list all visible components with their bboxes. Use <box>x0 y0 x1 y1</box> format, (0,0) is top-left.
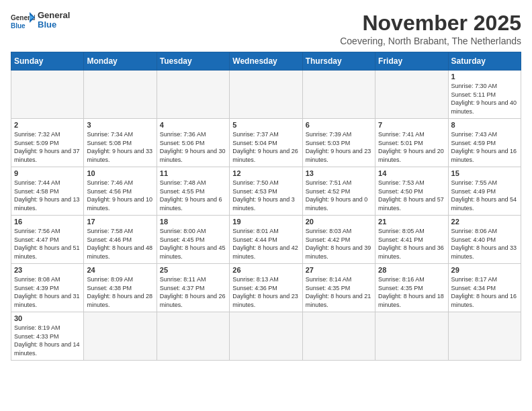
day-info: Sunrise: 7:58 AM Sunset: 4:46 PM Dayligh… <box>87 227 153 261</box>
calendar-cell: 25Sunrise: 8:11 AM Sunset: 4:37 PM Dayli… <box>157 264 229 312</box>
day-number: 19 <box>232 218 299 226</box>
day-info: Sunrise: 8:16 AM Sunset: 4:35 PM Dayligh… <box>378 275 445 309</box>
day-info: Sunrise: 7:53 AM Sunset: 4:50 PM Dayligh… <box>378 179 445 212</box>
day-number: 23 <box>14 266 81 274</box>
day-number: 29 <box>451 266 518 274</box>
day-number: 1 <box>451 73 518 81</box>
day-number: 27 <box>306 266 372 274</box>
calendar-cell <box>375 312 448 361</box>
calendar-cell <box>230 312 302 361</box>
day-number: 10 <box>87 169 153 177</box>
calendar-cell: 30Sunrise: 8:19 AM Sunset: 4:33 PM Dayli… <box>11 312 84 361</box>
day-number: 14 <box>378 169 445 177</box>
day-number: 6 <box>306 121 372 129</box>
calendar-cell <box>157 312 229 361</box>
day-number: 26 <box>232 266 299 274</box>
location-text: Coevering, North Brabant, The Netherland… <box>340 36 521 46</box>
day-info: Sunrise: 8:06 AM Sunset: 4:40 PM Dayligh… <box>451 227 518 261</box>
calendar-cell: 13Sunrise: 7:51 AM Sunset: 4:52 PM Dayli… <box>302 167 375 216</box>
calendar-week-row: 30Sunrise: 8:19 AM Sunset: 4:33 PM Dayli… <box>11 312 521 361</box>
calendar-cell: 22Sunrise: 8:06 AM Sunset: 4:40 PM Dayli… <box>448 216 521 264</box>
weekday-header-sunday: Sunday <box>11 52 84 71</box>
calendar-week-row: 16Sunrise: 7:56 AM Sunset: 4:47 PM Dayli… <box>11 216 521 264</box>
calendar-cell: 15Sunrise: 7:55 AM Sunset: 4:49 PM Dayli… <box>448 167 521 216</box>
day-info: Sunrise: 8:08 AM Sunset: 4:39 PM Dayligh… <box>14 275 81 309</box>
page-header: General Blue General Blue November 2025 … <box>11 11 521 46</box>
day-info: Sunrise: 8:19 AM Sunset: 4:33 PM Dayligh… <box>14 324 81 357</box>
calendar-cell <box>157 71 229 119</box>
day-info: Sunrise: 7:44 AM Sunset: 4:58 PM Dayligh… <box>14 179 81 212</box>
day-info: Sunrise: 8:14 AM Sunset: 4:35 PM Dayligh… <box>306 275 372 309</box>
day-number: 24 <box>87 266 153 274</box>
day-info: Sunrise: 7:36 AM Sunset: 5:06 PM Dayligh… <box>160 130 226 164</box>
day-number: 4 <box>160 121 226 129</box>
day-info: Sunrise: 7:41 AM Sunset: 5:01 PM Dayligh… <box>378 130 445 164</box>
svg-text:Blue: Blue <box>11 22 26 30</box>
calendar-cell: 12Sunrise: 7:50 AM Sunset: 4:53 PM Dayli… <box>230 167 302 216</box>
calendar-week-row: 2Sunrise: 7:32 AM Sunset: 5:09 PM Daylig… <box>11 119 521 167</box>
calendar-cell: 2Sunrise: 7:32 AM Sunset: 5:09 PM Daylig… <box>11 119 84 167</box>
day-info: Sunrise: 7:32 AM Sunset: 5:09 PM Dayligh… <box>14 130 81 164</box>
calendar-cell: 10Sunrise: 7:46 AM Sunset: 4:56 PM Dayli… <box>84 167 157 216</box>
day-info: Sunrise: 8:05 AM Sunset: 4:41 PM Dayligh… <box>378 227 445 261</box>
day-number: 25 <box>160 266 226 274</box>
calendar-cell: 18Sunrise: 8:00 AM Sunset: 4:45 PM Dayli… <box>157 216 229 264</box>
day-number: 21 <box>378 218 445 226</box>
day-number: 13 <box>306 169 372 177</box>
calendar-cell <box>448 312 521 361</box>
day-info: Sunrise: 8:03 AM Sunset: 4:42 PM Dayligh… <box>306 227 372 261</box>
day-info: Sunrise: 7:50 AM Sunset: 4:53 PM Dayligh… <box>232 179 299 212</box>
logo-icon: General Blue <box>11 11 35 30</box>
calendar-table: SundayMondayTuesdayWednesdayThursdayFrid… <box>11 52 521 361</box>
calendar-week-row: 23Sunrise: 8:08 AM Sunset: 4:39 PM Dayli… <box>11 264 521 312</box>
calendar-cell: 3Sunrise: 7:34 AM Sunset: 5:08 PM Daylig… <box>84 119 157 167</box>
day-info: Sunrise: 8:01 AM Sunset: 4:44 PM Dayligh… <box>232 227 299 261</box>
calendar-cell: 11Sunrise: 7:48 AM Sunset: 4:55 PM Dayli… <box>157 167 229 216</box>
logo-blue-text: Blue <box>38 20 70 30</box>
day-number: 30 <box>14 314 81 322</box>
calendar-cell: 16Sunrise: 7:56 AM Sunset: 4:47 PM Dayli… <box>11 216 84 264</box>
day-info: Sunrise: 7:55 AM Sunset: 4:49 PM Dayligh… <box>451 179 518 212</box>
day-info: Sunrise: 7:30 AM Sunset: 5:11 PM Dayligh… <box>451 82 518 116</box>
day-number: 15 <box>451 169 518 177</box>
day-info: Sunrise: 7:34 AM Sunset: 5:08 PM Dayligh… <box>87 130 153 164</box>
calendar-cell <box>84 312 157 361</box>
calendar-cell: 8Sunrise: 7:43 AM Sunset: 4:59 PM Daylig… <box>448 119 521 167</box>
day-number: 7 <box>378 121 445 129</box>
day-number: 16 <box>14 218 81 226</box>
calendar-cell: 28Sunrise: 8:16 AM Sunset: 4:35 PM Dayli… <box>375 264 448 312</box>
day-number: 18 <box>160 218 226 226</box>
calendar-cell: 6Sunrise: 7:39 AM Sunset: 5:03 PM Daylig… <box>302 119 375 167</box>
calendar-cell: 29Sunrise: 8:17 AM Sunset: 4:34 PM Dayli… <box>448 264 521 312</box>
calendar-cell: 26Sunrise: 8:13 AM Sunset: 4:36 PM Dayli… <box>230 264 302 312</box>
calendar-cell: 7Sunrise: 7:41 AM Sunset: 5:01 PM Daylig… <box>375 119 448 167</box>
day-number: 20 <box>306 218 372 226</box>
logo-general-text: General <box>38 11 70 20</box>
weekday-header-saturday: Saturday <box>448 52 521 71</box>
calendar-cell: 23Sunrise: 8:08 AM Sunset: 4:39 PM Dayli… <box>11 264 84 312</box>
day-info: Sunrise: 7:48 AM Sunset: 4:55 PM Dayligh… <box>160 179 226 212</box>
day-number: 28 <box>378 266 445 274</box>
weekday-header-monday: Monday <box>84 52 157 71</box>
calendar-cell <box>11 71 84 119</box>
day-info: Sunrise: 8:00 AM Sunset: 4:45 PM Dayligh… <box>160 227 226 261</box>
calendar-cell: 24Sunrise: 8:09 AM Sunset: 4:38 PM Dayli… <box>84 264 157 312</box>
title-block: November 2025 Coevering, North Brabant, … <box>340 11 521 46</box>
weekday-header-wednesday: Wednesday <box>230 52 302 71</box>
calendar-cell: 19Sunrise: 8:01 AM Sunset: 4:44 PM Dayli… <box>230 216 302 264</box>
day-number: 22 <box>451 218 518 226</box>
day-number: 8 <box>451 121 518 129</box>
day-number: 9 <box>14 169 81 177</box>
day-info: Sunrise: 8:11 AM Sunset: 4:37 PM Dayligh… <box>160 275 226 309</box>
calendar-cell: 27Sunrise: 8:14 AM Sunset: 4:35 PM Dayli… <box>302 264 375 312</box>
weekday-header-friday: Friday <box>375 52 448 71</box>
day-number: 12 <box>232 169 299 177</box>
weekday-header-tuesday: Tuesday <box>157 52 229 71</box>
day-info: Sunrise: 7:56 AM Sunset: 4:47 PM Dayligh… <box>14 227 81 261</box>
calendar-cell: 17Sunrise: 7:58 AM Sunset: 4:46 PM Dayli… <box>84 216 157 264</box>
day-info: Sunrise: 7:43 AM Sunset: 4:59 PM Dayligh… <box>451 130 518 164</box>
day-number: 5 <box>232 121 299 129</box>
calendar-cell: 21Sunrise: 8:05 AM Sunset: 4:41 PM Dayli… <box>375 216 448 264</box>
calendar-cell: 14Sunrise: 7:53 AM Sunset: 4:50 PM Dayli… <box>375 167 448 216</box>
day-info: Sunrise: 8:13 AM Sunset: 4:36 PM Dayligh… <box>232 275 299 309</box>
